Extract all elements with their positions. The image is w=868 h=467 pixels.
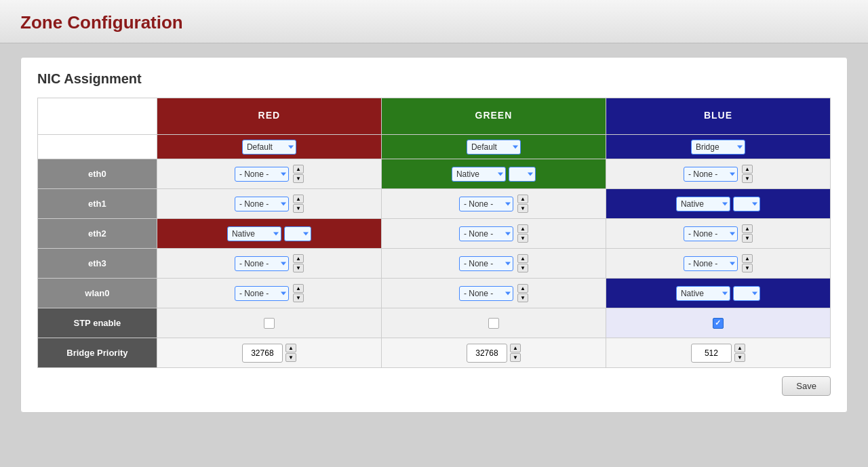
table-row: eth1 - None - Native Bridge (38, 189, 831, 219)
priority-green-input[interactable] (467, 344, 507, 363)
wlan0-blue-sub-select[interactable] (733, 286, 760, 301)
eth2-green-select[interactable]: - None - Native Bridge (459, 226, 513, 241)
green-zone-header: GREEN (381, 98, 606, 135)
section-title: NIC Assignment (37, 71, 831, 87)
eth1-red-select[interactable]: - None - Native Bridge (235, 197, 289, 211)
eth2-red-cell: - None - Native Bridge (157, 219, 381, 249)
eth1-green-select[interactable]: - None - Native Bridge (459, 197, 513, 211)
table-row: wlan0 - None - Native Bridge (38, 279, 831, 308)
eth0-green-select[interactable]: - None - Native Bridge (452, 167, 506, 182)
red-zone-header: RED (157, 98, 381, 135)
wlan0-green-up[interactable]: ▲ (517, 284, 528, 293)
eth0-red-cell: - None - Native Bridge ▲ ▼ (157, 159, 381, 189)
priority-green-up[interactable]: ▲ (510, 344, 521, 352)
bridge-priority-label: Bridge Priority (38, 338, 157, 368)
priority-green-down[interactable]: ▼ (510, 353, 521, 362)
eth3-red-select[interactable]: - None - Native Bridge (235, 256, 289, 271)
table-row: eth0 - None - Native Bridge (38, 159, 831, 189)
eth2-blue-select[interactable]: - None - Native Bridge (684, 226, 738, 241)
eth2-blue-cell: - None - Native Bridge ▲ ▼ (606, 219, 830, 249)
eth2-red-select[interactable]: - None - Native Bridge (227, 226, 281, 241)
eth1-blue-sub-select[interactable] (733, 197, 760, 211)
stp-blue-checkbox[interactable] (713, 318, 724, 329)
stp-red-checkbox[interactable] (264, 318, 275, 329)
nic-label-wlan0: wlan0 (38, 279, 157, 308)
nic-assignment-card: NIC Assignment RED GREEN (20, 57, 848, 413)
eth3-green-down[interactable]: ▼ (517, 264, 528, 272)
eth2-red-sub-select[interactable] (284, 226, 311, 241)
wlan0-red-select[interactable]: - None - Native Bridge (235, 286, 289, 301)
nic-label-eth0: eth0 (38, 159, 157, 189)
eth1-red-up[interactable]: ▲ (293, 195, 304, 203)
priority-red-cell: ▲ ▼ (157, 338, 381, 368)
eth3-blue-down[interactable]: ▼ (742, 264, 753, 272)
priority-red-up[interactable]: ▲ (285, 344, 296, 352)
eth0-blue-down[interactable]: ▼ (742, 174, 753, 183)
page-title: Zone Configuration (20, 12, 848, 33)
eth2-blue-down[interactable]: ▼ (742, 234, 753, 243)
eth2-green-up[interactable]: ▲ (517, 224, 528, 233)
save-row: Save (37, 376, 831, 396)
eth0-green-sub-select[interactable] (509, 167, 536, 182)
nic-label-eth2: eth2 (38, 219, 157, 249)
eth3-blue-cell: - None - Native Bridge ▲ ▼ (606, 249, 830, 279)
red-zone-dropdown-cell: Default Bridge None (157, 135, 381, 159)
priority-red-input[interactable] (242, 344, 283, 363)
blue-zone-dropdown-cell: Default Bridge None (606, 135, 830, 159)
priority-blue-up[interactable]: ▲ (734, 344, 745, 352)
eth3-red-up[interactable]: ▲ (293, 254, 304, 263)
bridge-priority-row: Bridge Priority ▲ ▼ (38, 338, 831, 368)
wlan0-red-up[interactable]: ▲ (293, 284, 304, 293)
wlan0-green-select[interactable]: - None - Native Bridge (459, 286, 513, 301)
eth1-blue-select[interactable]: - None - Native Bridge (676, 197, 730, 211)
eth3-red-down[interactable]: ▼ (293, 264, 304, 272)
green-zone-select[interactable]: Default Bridge None (467, 140, 521, 155)
blue-zone-select-wrapper[interactable]: Default Bridge None (691, 140, 745, 155)
eth1-red-down[interactable]: ▼ (293, 204, 304, 213)
eth0-blue-up[interactable]: ▲ (742, 165, 753, 174)
eth3-blue-up[interactable]: ▲ (742, 254, 753, 263)
priority-green-cell: ▲ ▼ (381, 338, 606, 368)
empty-subheader (38, 135, 157, 159)
stp-green-checkbox[interactable] (488, 318, 499, 329)
wlan0-red-cell: - None - Native Bridge ▲ ▼ (157, 279, 381, 308)
table-row: eth2 - None - Native Bridge (38, 219, 831, 249)
wlan0-green-down[interactable]: ▼ (517, 293, 528, 302)
eth1-green-down[interactable]: ▼ (517, 204, 528, 213)
zone-header-row: RED GREEN BLUE (38, 98, 831, 135)
red-zone-select-wrapper[interactable]: Default Bridge None (242, 140, 296, 155)
eth3-green-select[interactable]: - None - Native Bridge (459, 256, 513, 271)
eth0-red-down[interactable]: ▼ (293, 174, 304, 183)
eth3-blue-select[interactable]: - None - Native Bridge (684, 256, 738, 271)
wlan0-green-cell: - None - Native Bridge ▲ ▼ (381, 279, 606, 308)
priority-blue-down[interactable]: ▼ (734, 353, 745, 362)
blue-zone-select[interactable]: Default Bridge None (691, 140, 745, 155)
eth3-green-up[interactable]: ▲ (517, 254, 528, 263)
eth2-green-cell: - None - Native Bridge ▲ ▼ (381, 219, 606, 249)
eth0-red-up[interactable]: ▲ (293, 165, 304, 174)
green-zone-select-wrapper[interactable]: Default Bridge None (467, 140, 521, 155)
priority-red-down[interactable]: ▼ (285, 353, 296, 362)
eth2-blue-up[interactable]: ▲ (742, 224, 753, 233)
blue-zone-header: BLUE (606, 98, 830, 135)
eth1-red-cell: - None - Native Bridge ▲ ▼ (157, 189, 381, 219)
stp-row: STP enable (38, 308, 831, 338)
nic-label-eth1: eth1 (38, 189, 157, 219)
red-zone-select[interactable]: Default Bridge None (242, 140, 296, 155)
wlan0-red-down[interactable]: ▼ (293, 293, 304, 302)
stp-label: STP enable (38, 308, 157, 338)
eth1-green-up[interactable]: ▲ (517, 195, 528, 203)
eth1-blue-cell: - None - Native Bridge (606, 189, 830, 219)
table-row: eth3 - None - Native Bridge (38, 249, 831, 279)
eth0-red-select[interactable]: - None - Native Bridge (235, 167, 289, 182)
eth3-red-cell: - None - Native Bridge ▲ ▼ (157, 249, 381, 279)
save-button[interactable]: Save (782, 376, 831, 396)
eth0-green-cell: - None - Native Bridge (381, 159, 606, 189)
priority-blue-input[interactable] (691, 344, 732, 363)
stp-blue-cell (606, 308, 830, 338)
eth2-green-down[interactable]: ▼ (517, 234, 528, 243)
eth0-blue-select[interactable]: - None - Native Bridge (684, 167, 738, 182)
wlan0-blue-select[interactable]: - None - Native Bridge (676, 286, 730, 301)
priority-blue-cell: ▲ ▼ (606, 338, 830, 368)
stp-green-cell (381, 308, 606, 338)
